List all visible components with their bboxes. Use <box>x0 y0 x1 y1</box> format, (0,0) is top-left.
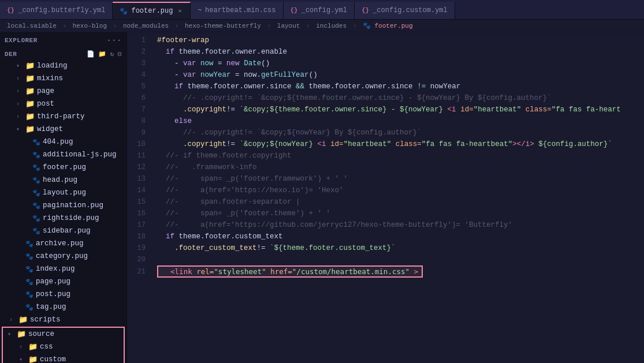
sidebar-item-pagination-pug[interactable]: 🐾 pagination.pug <box>0 199 126 212</box>
code-line-12: 12 //- .framework-info <box>127 162 644 173</box>
folder-icon-mixins: 📁 <box>25 74 35 83</box>
sidebar-highlight-source: 📁 source 📁 css 📁 custom ~ heartbeat.min.… <box>2 327 125 363</box>
line-content-14: //- a(href='https://hexo.io')= 'Hexo' <box>152 185 344 196</box>
line-number-20: 20 <box>127 254 152 265</box>
more-options-icon[interactable]: ··· <box>106 36 122 45</box>
tab-footer-pug[interactable]: 🐾 footer.pug ✕ <box>113 2 191 19</box>
sidebar-item-third-party[interactable]: 📁 third-party <box>0 110 126 123</box>
sidebar-item-index-pug[interactable]: 🐾 index.pug <box>0 263 126 275</box>
chevron-source <box>8 331 14 338</box>
sidebar-label-index-pug: index.pug <box>36 265 75 273</box>
file-icon-pagination-pug: 🐾 <box>32 202 40 209</box>
sidebar-item-css[interactable]: 📁 css <box>3 340 124 353</box>
sidebar-item-page-pug[interactable]: 🐾 page.pug <box>0 275 126 288</box>
sidebar-item-404[interactable]: 🐾 404.pug <box>0 136 126 148</box>
sidebar-item-scripts[interactable]: 📁 scripts <box>0 313 126 326</box>
folder-icon-css: 📁 <box>28 342 38 351</box>
line-content-7: .copyright!= `&copy;${theme.footer.owner… <box>152 104 621 115</box>
sidebar-item-rightside-pug[interactable]: 🐾 rightside.pug <box>0 212 126 224</box>
refresh-icon[interactable]: ↻ <box>110 50 114 58</box>
code-line-21: 21 <link rel="stylesheet" href="/custom/… <box>127 265 644 278</box>
sidebar-item-category-pug[interactable]: 🐾 category.pug <box>0 250 126 263</box>
sidebar-item-source[interactable]: 📁 source <box>3 328 124 340</box>
sidebar-item-loading[interactable]: 📁 loading <box>0 59 126 72</box>
sidebar-item-footer-pug-widget[interactable]: 🐾 footer.pug <box>0 161 126 174</box>
line-number-15: 15 <box>127 196 152 208</box>
line-number-13: 13 <box>127 173 152 185</box>
code-line-20: 20 <box>127 254 644 265</box>
sidebar-item-archive-pug[interactable]: 🐾 archive.pug <box>0 237 126 250</box>
sidebar-item-custom[interactable]: 📁 custom <box>3 353 124 363</box>
crumb-local: local.saiable <box>7 23 57 29</box>
tab-config-butterfly[interactable]: {} _config.butterfly.yml <box>0 2 113 19</box>
sidebar-item-head-pug[interactable]: 🐾 head.pug <box>0 174 126 186</box>
sidebar-label-third-party: third-party <box>37 113 85 121</box>
line-content-18: if theme.footer.custom_text <box>152 231 283 242</box>
line-content-1: #footer-wrap <box>152 35 209 46</box>
line-content-9: //- .copyright!= `&copy;${nowYear} By ${… <box>152 127 422 139</box>
file-icon-post-pug: 🐾 <box>25 291 33 298</box>
line-number-6: 6 <box>127 92 152 104</box>
code-line-14: 14 //- a(href='https://hexo.io')= 'Hexo' <box>127 185 644 196</box>
line-number-14: 14 <box>127 185 152 196</box>
sidebar-label-additional-js: additional-js.pug <box>43 151 117 159</box>
file-icon-rightside-pug: 🐾 <box>32 215 40 222</box>
tab-label-config-yml: _config.yml <box>301 6 347 14</box>
tab-close-footer-pug[interactable]: ✕ <box>176 7 183 15</box>
folder-header[interactable]: DER 📄 📁 ↻ ⊟ <box>0 48 126 59</box>
file-icon-archive-pug: 🐾 <box>25 240 33 248</box>
chevron-css <box>19 344 26 350</box>
crumb-theme: hexo-theme-butterfly <box>185 23 261 29</box>
file-icon-additional-js: 🐾 <box>32 151 40 159</box>
crumb-node-modules: node_modules <box>123 23 169 29</box>
sidebar-label-page: page <box>37 87 54 95</box>
line-number-2: 2 <box>127 46 152 58</box>
sidebar-item-sidebar-pug[interactable]: 🐾 sidebar.pug <box>0 224 126 237</box>
line-21-code: <link rel="stylesheet" href="/custom/hea… <box>162 267 418 276</box>
line-content-19: .footer_custom_text!= `${theme.footer.cu… <box>152 242 396 254</box>
tab-label-heartbeat-css: heartbeat.min.css <box>205 6 276 14</box>
folder-icon-custom: 📁 <box>28 355 38 363</box>
line-content-17: //- a(href='https://github.com/jerryc127… <box>152 219 512 231</box>
folder-header-label: DER <box>5 51 17 58</box>
file-icon-index-pug: 🐾 <box>25 265 33 273</box>
sidebar-item-additional-js[interactable]: 🐾 additional-js.pug <box>0 148 126 161</box>
line-number-5: 5 <box>127 81 152 92</box>
sidebar-label-archive-pug: archive.pug <box>36 239 84 248</box>
line-content-10: .copyright!= `&copy;${nowYear} <i id="he… <box>152 139 612 150</box>
sidebar-item-widget[interactable]: 📁 widget <box>0 123 126 136</box>
code-line-15: 15 //- span.footer-separator | <box>127 196 644 208</box>
tab-icon-config-custom: {} <box>362 7 369 14</box>
line-content-16: //- span= _p('footer.theme') + ' ' <box>152 208 330 219</box>
tab-bar: {} _config.butterfly.yml 🐾 footer.pug ✕ … <box>0 0 644 20</box>
sidebar-label-pagination-pug: pagination.pug <box>43 201 103 209</box>
folder-header-actions: 📄 📁 ↻ ⊟ <box>87 50 126 58</box>
chevron-post <box>16 101 23 107</box>
line-number-21: 21 <box>127 266 152 278</box>
sidebar-item-page[interactable]: 📁 page <box>0 85 126 98</box>
sidebar-item-post[interactable]: 📁 post <box>0 98 126 110</box>
line-content-3: - var now = new Date() <box>152 58 270 69</box>
sidebar-header: EXPLORER ··· <box>0 32 126 48</box>
sidebar-label-css: css <box>40 343 53 351</box>
line-number-10: 10 <box>127 139 152 150</box>
breadcrumb: local.saiable › hexo-blog › node_modules… <box>0 20 644 32</box>
sidebar-label-source: source <box>28 330 54 338</box>
sidebar-item-layout-pug[interactable]: 🐾 layout.pug <box>0 186 126 199</box>
collapse-icon[interactable]: ⊟ <box>118 50 122 58</box>
code-editor[interactable]: 1 #footer-wrap 2 if theme.footer.owner.e… <box>127 32 644 363</box>
line-number-7: 7 <box>127 104 152 115</box>
line-content-8: else <box>152 115 192 127</box>
sidebar-label-404: 404.pug <box>43 138 73 146</box>
tab-heartbeat-css[interactable]: ~ heartbeat.min.css <box>191 2 283 19</box>
sidebar-item-tag-pug[interactable]: 🐾 tag.pug <box>0 301 126 313</box>
tab-config-custom[interactable]: {} _config.custom.yml <box>355 2 455 19</box>
line-content-5: if theme.footer.owner.since && theme.foo… <box>152 81 460 92</box>
sidebar-item-post-pug[interactable]: 🐾 post.pug <box>0 288 126 301</box>
new-folder-icon[interactable]: 📁 <box>98 50 107 58</box>
sidebar-item-mixins[interactable]: 📁 mixins <box>0 72 126 85</box>
new-file-icon[interactable]: 📄 <box>87 50 95 58</box>
tab-config-yml[interactable]: {} _config.yml <box>284 2 355 19</box>
line-number-8: 8 <box>127 115 152 127</box>
line-content-11: //- if theme.footer.copyright <box>152 150 292 162</box>
